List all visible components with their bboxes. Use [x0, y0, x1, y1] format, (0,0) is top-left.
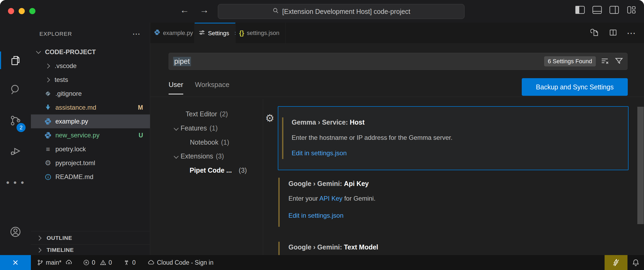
maximize-window-button[interactable] — [29, 8, 35, 14]
sync-changes-icon[interactable] — [65, 259, 73, 266]
chevron-right-icon — [45, 77, 50, 82]
toggle-panel-icon[interactable] — [592, 6, 602, 14]
run-debug-view-icon[interactable] — [0, 137, 31, 164]
settings-results-count-badge: 6 Settings Found — [544, 56, 596, 66]
branch-name: main* — [46, 259, 62, 266]
python-file-icon — [44, 118, 52, 125]
search-view-icon[interactable] — [0, 76, 31, 103]
more-views-icon[interactable]: • • • — [0, 169, 31, 196]
toc-item-features[interactable]: Features (1) — [174, 124, 218, 133]
setting-item-gemma-service-host[interactable]: Gemma › Service: Host Enter the hostname… — [278, 106, 629, 170]
tree-item-readme-md[interactable]: README.md — [31, 170, 150, 184]
command-center-search[interactable]: [Extension Development Host] code-projec… — [218, 4, 464, 19]
tab-settings[interactable]: Settings × — [195, 23, 235, 43]
git-status-badge: U — [138, 132, 143, 139]
backup-sync-settings-button[interactable]: Backup and Sync Settings — [522, 78, 628, 96]
tree-item-example-py[interactable]: example.py — [31, 114, 150, 128]
python-file-icon — [44, 132, 52, 139]
warning-icon — [100, 259, 107, 266]
toc-item-pipet-code[interactable]: Pipet Code ... (3) — [190, 166, 247, 175]
navigate-back-button[interactable]: ← — [178, 5, 191, 15]
minimize-window-button[interactable] — [19, 8, 25, 14]
setting-description: Enter the hostname or IP address for the… — [292, 134, 453, 141]
json-braces-icon: {} — [239, 29, 244, 37]
cloud-icon — [147, 259, 155, 266]
scope-tab-user[interactable]: User — [169, 81, 183, 94]
customize-layout-icon[interactable] — [626, 6, 636, 14]
editor-area: example.py Settings × {} settings.json — [150, 23, 644, 255]
toml-gear-icon: ⚙ — [44, 159, 52, 167]
navigate-forward-button[interactable]: → — [198, 5, 211, 15]
cloud-code-status-item[interactable]: Cloud Code - Sign in — [147, 259, 213, 266]
more-editor-actions-icon[interactable]: ⋯ — [627, 28, 637, 38]
toggle-primary-sidebar-icon[interactable] — [575, 6, 585, 14]
filter-settings-icon[interactable] — [614, 56, 623, 66]
timeline-section-header[interactable]: TIMELINE — [31, 244, 150, 255]
tree-item-gitignore[interactable]: .gitignore — [31, 87, 150, 101]
open-settings-json-icon[interactable] — [590, 28, 600, 38]
modified-indicator — [282, 117, 283, 159]
toggle-secondary-sidebar-icon[interactable] — [609, 6, 619, 14]
settings-sliders-icon — [198, 29, 205, 38]
chevron-right-icon — [45, 63, 50, 68]
notifications-bell-icon[interactable] — [627, 255, 644, 270]
clear-settings-search-icon[interactable] — [601, 56, 610, 66]
source-control-view-icon[interactable] — [0, 107, 31, 134]
error-count: 0 — [92, 259, 95, 266]
status-bar: main* 0 0 0 Cloud Code - Sign i — [0, 255, 644, 270]
chevron-down-icon — [174, 154, 178, 158]
scope-tab-workspace[interactable]: Workspace — [195, 81, 230, 94]
tree-item-new-service-py[interactable]: new_service.py U — [31, 128, 150, 142]
toc-item-notebook[interactable]: Notebook (1) — [190, 138, 229, 147]
chevron-down-icon — [36, 49, 41, 54]
tab-settings-json[interactable]: {} settings.json — [235, 23, 286, 43]
close-window-button[interactable] — [8, 8, 14, 14]
accounts-icon[interactable] — [0, 219, 31, 245]
tab-example-py[interactable]: example.py — [150, 23, 195, 43]
setting-item-google-gemini-text-model[interactable]: Google › Gemini: Text Model — [278, 241, 629, 255]
tree-item-poetry-lock[interactable]: ≡ poetry.lock — [31, 142, 150, 156]
settings-header-divider — [150, 97, 644, 97]
chevron-right-icon — [36, 236, 41, 240]
settings-search-input[interactable]: pipet 6 Settings Found — [169, 53, 627, 70]
setting-item-google-gemini-api-key[interactable]: Google › Gemini: Api Key Enter your API … — [278, 177, 629, 228]
explorer-tree: CODE-PROJECT .vscode tests .gitignore — [31, 45, 150, 184]
tree-item-tests[interactable]: tests — [31, 73, 150, 87]
info-file-icon — [44, 173, 52, 181]
tree-item-assistance-md[interactable]: assistance.md M — [31, 101, 150, 114]
explorer-header: EXPLORER ⋯ — [31, 23, 150, 45]
setting-description: Enter your API Key for Gemini. — [288, 195, 376, 202]
settings-scrollbar-thumb[interactable] — [637, 107, 644, 224]
toc-item-extensions[interactable]: Extensions (3) — [174, 152, 224, 161]
toc-item-text-editor[interactable]: Text Editor (2) — [186, 109, 228, 118]
settings-scope-tabs: User Workspace — [169, 81, 229, 94]
setting-title: Google › Gemini: Text Model — [288, 243, 378, 251]
tree-root-code-project[interactable]: CODE-PROJECT — [31, 45, 150, 59]
explorer-sidebar: EXPLORER ⋯ CODE-PROJECT .vscode tests .g… — [31, 23, 150, 255]
settings-search-value: pipet — [173, 57, 191, 66]
tree-item-vscode[interactable]: .vscode — [31, 59, 150, 73]
markdown-download-icon — [44, 104, 52, 111]
outline-section-header[interactable]: OUTLINE — [31, 231, 150, 245]
split-editor-icon[interactable] — [609, 28, 618, 38]
toc-sash[interactable] — [263, 99, 263, 255]
ports-status-item[interactable]: 0 — [123, 259, 136, 266]
problems-status-item[interactable]: 0 0 — [83, 259, 112, 266]
git-file-icon — [44, 90, 52, 97]
explorer-view-icon[interactable] — [0, 47, 31, 74]
git-status-badge: M — [138, 104, 143, 111]
extension-host-warning-item[interactable] — [605, 255, 627, 270]
edit-in-settings-json-link[interactable]: Edit in settings.json — [292, 149, 347, 157]
tab-bar: example.py Settings × {} settings.json — [150, 23, 644, 43]
source-control-badge: 2 — [17, 123, 26, 132]
edit-in-settings-json-link[interactable]: Edit in settings.json — [288, 212, 344, 219]
tree-item-pyproject-toml[interactable]: ⚙ pyproject.toml — [31, 156, 150, 170]
branch-status-item[interactable]: main* — [37, 259, 73, 266]
api-key-link[interactable]: API Key — [319, 195, 343, 202]
radio-tower-icon — [123, 259, 130, 266]
setting-gear-icon[interactable]: ⚙ — [265, 113, 274, 123]
modified-indicator — [278, 242, 280, 255]
remote-indicator[interactable] — [0, 255, 31, 270]
modified-indicator — [278, 178, 280, 227]
git-branch-icon — [37, 259, 44, 266]
